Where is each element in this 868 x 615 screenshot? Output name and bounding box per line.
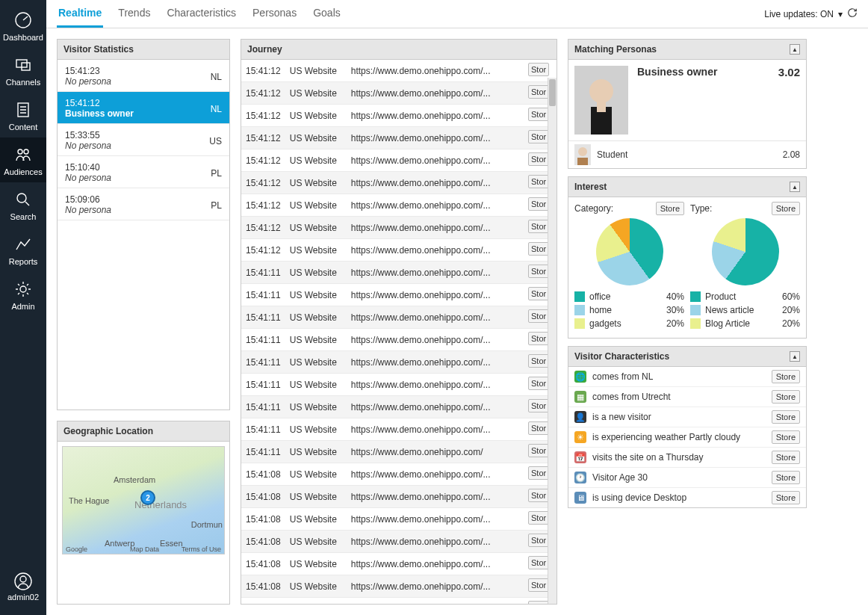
journey-url: https://www.demo.onehippo.com/...	[347, 351, 524, 374]
characteristic-text: comes from Utrecht	[592, 392, 772, 402]
swatch-icon	[574, 305, 585, 315]
sidebar-item-channels[interactable]: Channels	[0, 48, 46, 93]
store-button[interactable]: Stor	[528, 152, 549, 166]
map-pin[interactable]: 2	[140, 490, 155, 505]
store-button[interactable]: Stor	[528, 220, 549, 233]
store-button[interactable]: Store	[772, 410, 800, 424]
store-button[interactable]: Stor	[528, 377, 549, 390]
tab-realtime[interactable]: Realtime	[57, 0, 103, 28]
store-button[interactable]: Stor	[528, 601, 549, 604]
journey-row[interactable]: 15:41:11US Websitehttps://www.demo.onehi…	[241, 374, 557, 396]
user-icon	[13, 572, 33, 591]
journey-row[interactable]: 15:41:11US Websitehttps://www.demo.onehi…	[241, 306, 557, 329]
tab-personas[interactable]: Personas	[251, 0, 298, 28]
journey-row[interactable]: 15:41:12US Websitehttps://www.demo.onehi…	[241, 127, 557, 149]
store-button[interactable]: Stor	[528, 354, 549, 368]
store-button[interactable]: Stor	[528, 265, 549, 278]
journey-row[interactable]: 15:41:12US Websitehttps://www.demo.onehi…	[241, 239, 557, 262]
journey-row[interactable]: 15:41:11US Websitehttps://www.demo.onehi…	[241, 441, 557, 463]
store-button[interactable]: Stor	[528, 175, 549, 188]
store-button[interactable]: Store	[772, 430, 800, 444]
visitor-row[interactable]: 15:41:23No personaNL	[58, 60, 229, 92]
tab-goals[interactable]: Goals	[311, 0, 342, 28]
svg-point-8	[15, 573, 31, 590]
sidebar-item-search[interactable]: Search	[0, 182, 46, 227]
secondary-persona[interactable]: Student 2.08	[568, 140, 806, 168]
sidebar-item-admin[interactable]: Admin	[0, 272, 46, 317]
journey-row[interactable]: 15:41:12US Websitehttps://www.demo.onehi…	[241, 60, 557, 82]
store-button[interactable]: Stor	[528, 130, 549, 143]
store-button[interactable]: Store	[772, 451, 800, 464]
journey-row[interactable]: 15:41:08US Websitehttps://www.demo.onehi…	[241, 463, 557, 486]
sidebar-item-reports[interactable]: Reports	[0, 227, 46, 272]
journey-row[interactable]: 15:41:11US Websitehttps://www.demo.onehi…	[241, 262, 557, 284]
sidebar-item-label: Reports	[9, 257, 38, 266]
collapse-icon[interactable]: ▲	[790, 351, 800, 362]
visitor-row[interactable]: 15:09:06No personaPL	[58, 188, 229, 220]
sidebar-item-dashboard[interactable]: Dashboard	[0, 3, 46, 48]
geo-map[interactable]: Amsterdam The Hague Netherlands Antwerp …	[62, 446, 225, 554]
store-button[interactable]: Stor	[528, 534, 549, 547]
sidebar-user[interactable]: admin02	[0, 561, 46, 615]
journey-row[interactable]: 15:41:12US Websitehttps://www.demo.onehi…	[241, 105, 557, 127]
store-button[interactable]: Stor	[528, 242, 549, 256]
store-button[interactable]: Store	[772, 370, 800, 383]
store-button[interactable]: Stor	[528, 332, 549, 345]
tab-trends[interactable]: Trends	[117, 0, 152, 28]
store-button[interactable]: Stor	[528, 287, 549, 300]
scrollbar[interactable]	[548, 78, 557, 604]
journey-row[interactable]: 15:41:11US Websitehttps://www.demo.onehi…	[241, 351, 557, 374]
store-button[interactable]: Stor	[528, 444, 549, 457]
store-button[interactable]: Store	[772, 202, 800, 215]
store-button[interactable]: Stor	[528, 309, 549, 323]
journey-row[interactable]: 15:41:08US Websitehttps://www.demo.onehi…	[241, 508, 557, 531]
store-button[interactable]: Stor	[528, 556, 549, 569]
journey-row[interactable]: 15:41:08US Websitehttps://www.demo.onehi…	[241, 531, 557, 553]
journey-row[interactable]: 15:41:11US Websitehttps://www.demo.onehi…	[241, 418, 557, 441]
journey-row[interactable]: 15:41:12US Websitehttps://www.demo.onehi…	[241, 82, 557, 105]
journey-row[interactable]: 15:41:12US Websitehttps://www.demo.onehi…	[241, 172, 557, 194]
map-attribution: Google	[66, 546, 87, 553]
store-button[interactable]: Store	[772, 390, 800, 404]
visitor-country: NL	[211, 66, 222, 82]
store-button[interactable]: Stor	[528, 108, 549, 121]
store-button[interactable]: Stor	[528, 466, 549, 480]
journey-row[interactable]: 15:41:11US Websitehttps://www.demo.onehi…	[241, 329, 557, 351]
store-button[interactable]: Stor	[528, 578, 549, 592]
journey-row[interactable]: 15:41:12US Websitehttps://www.demo.onehi…	[241, 217, 557, 239]
store-button[interactable]: Store	[772, 491, 800, 504]
collapse-icon[interactable]: ▲	[790, 182, 800, 192]
map-terms-link[interactable]: Terms of Use	[182, 546, 221, 553]
journey-channel: US Website	[285, 598, 347, 605]
journey-row[interactable]: 15:41:08US Websitehttps://www.demo.onehi…	[241, 553, 557, 575]
journey-time: 15:41:08	[241, 508, 285, 531]
collapse-icon[interactable]: ▲	[790, 44, 800, 55]
store-button[interactable]: Store	[656, 202, 684, 215]
store-button[interactable]: Store	[772, 471, 800, 484]
journey-row[interactable]: 15:41:08US Websitehttps://www.demo.onehi…	[241, 598, 557, 605]
journey-row[interactable]: 15:41:11US Websitehttps://www.demo.onehi…	[241, 284, 557, 306]
sidebar-item-content[interactable]: Content	[0, 93, 46, 137]
store-button[interactable]: Stor	[528, 399, 549, 412]
scrollbar-thumb[interactable]	[549, 79, 556, 106]
chevron-down-icon[interactable]: ▾	[838, 9, 843, 19]
journey-row[interactable]: 15:41:11US Websitehttps://www.demo.onehi…	[241, 396, 557, 418]
interest-panel: Interest ▲ Category: Store office40%home…	[568, 176, 807, 339]
visitor-row[interactable]: 15:10:40No personaPL	[58, 156, 229, 188]
store-button[interactable]: Stor	[528, 421, 549, 435]
store-button[interactable]: Stor	[528, 489, 549, 502]
tab-characteristics[interactable]: Characteristics	[165, 0, 238, 28]
store-button[interactable]: Stor	[528, 197, 549, 211]
journey-row[interactable]: 15:41:12US Websitehttps://www.demo.onehi…	[241, 149, 557, 172]
store-button[interactable]: Stor	[528, 63, 549, 76]
journey-row[interactable]: 15:41:08US Websitehttps://www.demo.onehi…	[241, 575, 557, 598]
journey-row[interactable]: 15:41:12US Websitehttps://www.demo.onehi…	[241, 194, 557, 217]
journey-channel: US Website	[285, 441, 347, 463]
refresh-icon[interactable]	[847, 7, 858, 20]
store-button[interactable]: Stor	[528, 511, 549, 525]
sidebar-item-audiences[interactable]: Audiences	[0, 137, 46, 182]
journey-row[interactable]: 15:41:08US Websitehttps://www.demo.onehi…	[241, 486, 557, 508]
visitor-row[interactable]: 15:41:12Business ownerNL	[58, 92, 229, 124]
store-button[interactable]: Stor	[528, 85, 549, 99]
visitor-row[interactable]: 15:33:55No personaUS	[58, 124, 229, 156]
